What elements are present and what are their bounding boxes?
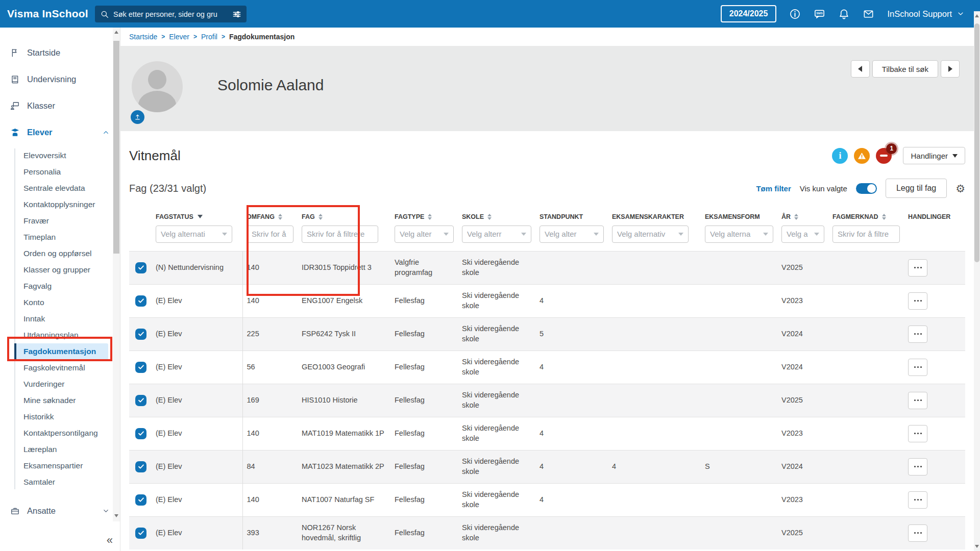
sidebar-item-klasser[interactable]: Klasser <box>0 92 120 119</box>
filter-select-eksamensform[interactable]: Velg alterna <box>705 226 773 243</box>
school-year-button[interactable]: 2024/2025 <box>721 5 777 22</box>
row-actions-button[interactable] <box>908 524 927 542</box>
gear-icon[interactable]: ⚙ <box>955 183 965 194</box>
sidebar-item-utdanningsplan[interactable]: Utdanningsplan <box>14 327 108 343</box>
sort-icon[interactable] <box>318 214 323 220</box>
column-header-fag[interactable]: FAG <box>298 206 390 226</box>
row-actions-button[interactable] <box>908 425 927 442</box>
sidebar-item-orden-og-oppf-rsel[interactable]: Orden og oppførsel <box>14 245 108 262</box>
column-header-fagstatus[interactable]: FAGSTATUS <box>152 206 242 226</box>
sort-icon[interactable] <box>428 214 432 220</box>
sidebar-item-startside[interactable]: Startside <box>0 39 120 66</box>
sidebar-item-vurderinger[interactable]: Vurderinger <box>14 376 108 392</box>
sidebar-item-klasser-og-grupper[interactable]: Klasser og grupper <box>14 262 108 278</box>
sidebar-item-kontaktpersontilgang[interactable]: Kontaktpersontilgang <box>14 425 108 441</box>
sidebar-item-fagvalg[interactable]: Fagvalg <box>14 278 108 294</box>
sort-icon[interactable] <box>794 214 798 220</box>
breadcrumb-profil[interactable]: Profil <box>201 33 217 41</box>
row-checkbox-checked[interactable] <box>135 494 146 506</box>
sidebar-item-kontaktopplysninger[interactable]: Kontaktopplysninger <box>14 196 108 213</box>
column-header-omfang[interactable]: OMFANG <box>242 206 298 226</box>
filter-select-fagtype[interactable]: Velg alter <box>395 226 454 243</box>
scroll-down-arrow-icon[interactable] <box>114 514 118 517</box>
show-selected-toggle[interactable] <box>856 183 877 194</box>
filter-select-standpunkt[interactable]: Velg alter <box>540 226 604 243</box>
sidebar-item-eksamenspartier[interactable]: Eksamenspartier <box>14 458 108 474</box>
search-filter-sliders-icon[interactable] <box>232 10 241 19</box>
filter-input-fag[interactable]: Skriv for å filtrere <box>302 226 378 243</box>
filter-input-fagmerknad[interactable]: Skriv for å filtre <box>832 226 900 243</box>
sort-icon[interactable] <box>882 214 886 220</box>
row-actions-button[interactable] <box>908 392 927 409</box>
sidebar-item-frav-r[interactable]: Fravær <box>14 213 108 229</box>
sidebar-item-personalia[interactable]: Personalia <box>14 164 108 180</box>
warning-status-icon[interactable] <box>854 148 870 164</box>
row-actions-button[interactable] <box>908 292 927 310</box>
column-header-r[interactable]: ÅR <box>777 206 828 226</box>
sidebar-item-historikk[interactable]: Historikk <box>14 409 108 425</box>
row-actions-button[interactable] <box>908 491 927 509</box>
sidebar-scrollbar-thumb[interactable] <box>113 41 119 254</box>
sidebar-item-timeplan[interactable]: Timeplan <box>14 229 108 245</box>
row-checkbox-checked[interactable] <box>135 428 146 439</box>
row-checkbox-checked[interactable] <box>135 395 146 406</box>
page-scrollbar[interactable] <box>974 11 980 551</box>
previous-result-button[interactable] <box>851 60 870 78</box>
error-status-icon[interactable]: 1 <box>876 148 892 164</box>
row-checkbox-checked[interactable] <box>135 329 146 340</box>
row-checkbox-checked[interactable] <box>135 262 146 273</box>
sidebar-item-mine-s-knader[interactable]: Mine søknader <box>14 392 108 409</box>
column-header-fagmerknad[interactable]: FAGMERKNAD <box>828 206 904 226</box>
row-actions-button[interactable] <box>908 325 927 343</box>
mail-icon[interactable] <box>863 8 874 20</box>
scroll-up-arrow-icon[interactable] <box>114 31 118 34</box>
filter-select-fagstatus[interactable]: Velg alternati <box>156 226 232 243</box>
notifications-bell-icon[interactable] <box>838 8 850 20</box>
column-header-skole[interactable]: SKOLE <box>458 206 535 226</box>
sidebar-item-inntak[interactable]: Inntak <box>14 311 108 327</box>
row-actions-button[interactable] <box>908 259 927 277</box>
filter-select-skole[interactable]: Velg alterr <box>462 226 531 243</box>
row-actions-button[interactable] <box>908 359 927 376</box>
info-status-icon[interactable]: i <box>832 148 848 164</box>
filter-select-eksamenskarakter[interactable]: Velg alternativ <box>612 226 689 243</box>
app-logo[interactable]: Visma InSchool <box>7 0 88 28</box>
sidebar-item-elever[interactable]: Elever <box>0 119 120 145</box>
next-result-button[interactable] <box>941 60 960 78</box>
page-scrollbar-thumb[interactable] <box>974 23 979 262</box>
sidebar-item-fagdokumentasjon[interactable]: Fagdokumentasjon <box>14 343 108 360</box>
global-search-input[interactable]: Søk etter personer, sider og gru <box>95 6 247 22</box>
scroll-up-arrow-icon[interactable] <box>975 14 979 17</box>
sidebar-item-l-replan[interactable]: Læreplan <box>14 441 108 458</box>
sms-icon[interactable]: SMS <box>814 8 825 20</box>
sidebar-item-ansatte[interactable]: Ansatte <box>0 497 120 524</box>
sort-icon[interactable] <box>278 214 282 220</box>
collapse-sidebar-icon[interactable]: « <box>107 534 113 547</box>
sidebar-item-undervisning[interactable]: Undervisning <box>0 66 120 92</box>
sort-desc-icon[interactable] <box>198 215 203 218</box>
clear-filter-link[interactable]: Tøm filter <box>756 184 791 193</box>
breadcrumb-elever[interactable]: Elever <box>169 33 189 41</box>
upload-photo-button[interactable] <box>130 109 145 125</box>
sidebar-item-konto[interactable]: Konto <box>14 294 108 311</box>
filter-select-r[interactable]: Velg a <box>781 226 824 243</box>
breadcrumb-startside[interactable]: Startside <box>129 33 157 41</box>
sidebar-item-elevoversikt[interactable]: Elevoversikt <box>14 147 108 164</box>
row-checkbox-checked[interactable] <box>135 461 146 472</box>
row-actions-button[interactable] <box>908 458 927 475</box>
user-menu[interactable]: InSchool Support <box>887 9 965 19</box>
row-checkbox-checked[interactable] <box>135 295 146 307</box>
row-checkbox-checked[interactable] <box>135 528 146 539</box>
sidebar-item-samtaler[interactable]: Samtaler <box>14 474 108 490</box>
scroll-down-arrow-icon[interactable] <box>975 545 979 548</box>
info-icon[interactable] <box>789 8 801 20</box>
sidebar-scrollbar[interactable] <box>113 28 120 521</box>
sidebar-item-sentrale-elevdata[interactable]: Sentrale elevdata <box>14 180 108 196</box>
add-subject-button[interactable]: Legg til fag <box>886 179 947 198</box>
column-header-fagtype[interactable]: FAGTYPE <box>390 206 458 226</box>
row-checkbox-checked[interactable] <box>135 362 146 373</box>
filter-input-omfang[interactable]: Skriv for å fi <box>247 226 293 243</box>
back-to-search-button[interactable]: Tilbake til søk <box>872 60 938 78</box>
actions-dropdown-button[interactable]: Handlinger <box>903 147 965 164</box>
sidebar-item-fagskolevitnem-l[interactable]: Fagskolevitnemål <box>14 360 108 376</box>
